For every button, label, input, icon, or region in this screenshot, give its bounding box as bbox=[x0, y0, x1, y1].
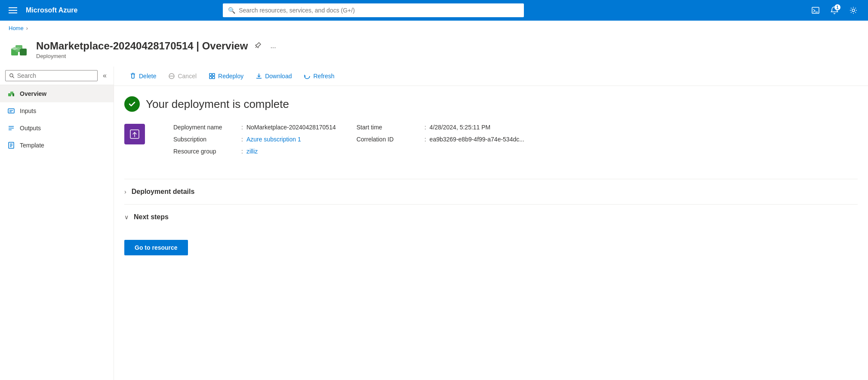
delete-button[interactable]: Delete bbox=[124, 70, 161, 82]
page-title: NoMarketplace-20240428170514 | Overview bbox=[36, 40, 248, 52]
sidebar-item-overview[interactable]: Overview bbox=[0, 85, 114, 102]
toolbar: Delete Cancel Redeploy bbox=[114, 67, 868, 86]
sidebar-item-template[interactable]: Template bbox=[0, 137, 114, 154]
correlation-id-row: Correlation ID : ea9b3269-e8b9-4f99-a74e… bbox=[357, 136, 524, 143]
topbar: Microsoft Azure 🔍 1 bbox=[0, 0, 868, 21]
resource-group-value[interactable]: zilliz bbox=[246, 148, 258, 155]
subscription-label: Subscription bbox=[173, 136, 238, 143]
subscription-row: Subscription : Azure subscription 1 bbox=[173, 136, 336, 143]
deployment-name-label: Deployment name bbox=[173, 124, 238, 131]
download-icon bbox=[255, 73, 262, 80]
svg-rect-13 bbox=[12, 93, 14, 96]
cancel-icon bbox=[168, 73, 175, 80]
sidebar-item-label-overview: Overview bbox=[20, 90, 46, 97]
svg-rect-29 bbox=[209, 74, 212, 76]
deployment-status: Your deployment is complete bbox=[124, 96, 858, 112]
sidebar-item-inputs[interactable]: Inputs bbox=[0, 102, 114, 120]
template-icon bbox=[7, 141, 15, 150]
breadcrumb-separator: › bbox=[26, 25, 28, 31]
outputs-icon bbox=[7, 124, 15, 132]
global-search-icon: 🔍 bbox=[228, 7, 235, 14]
deployment-name-row: Deployment name : NoMarketplace-20240428… bbox=[173, 124, 336, 131]
global-search-box[interactable]: 🔍 bbox=[223, 3, 524, 17]
svg-point-9 bbox=[10, 74, 13, 77]
inputs-icon bbox=[7, 107, 15, 115]
main-content: Delete Cancel Redeploy bbox=[114, 67, 868, 380]
main-layout: « Overview bbox=[0, 67, 868, 380]
deployment-info-section: Deployment name : NoMarketplace-20240428… bbox=[124, 124, 858, 169]
resource-group-row: Resource group : zilliz bbox=[173, 148, 336, 155]
next-steps-chevron: ∨ bbox=[124, 214, 129, 221]
app-title: Microsoft Azure bbox=[26, 6, 77, 14]
next-steps-header[interactable]: ∨ Next steps bbox=[124, 211, 858, 223]
info-col-left: Deployment name : NoMarketplace-20240428… bbox=[173, 124, 336, 155]
terminal-button[interactable] bbox=[808, 3, 823, 18]
more-button[interactable]: ... bbox=[268, 40, 277, 52]
svg-rect-30 bbox=[212, 77, 215, 79]
sidebar-search-box[interactable] bbox=[5, 70, 98, 81]
correlation-id-value: ea9b3269-e8b9-4f99-a74e-534dc... bbox=[430, 136, 524, 143]
svg-point-2 bbox=[852, 9, 855, 12]
page-header-info: NoMarketplace-20240428170514 | Overview … bbox=[36, 40, 278, 59]
notification-count: 1 bbox=[834, 4, 840, 10]
deployment-details-header[interactable]: › Deployment details bbox=[124, 186, 858, 197]
sidebar: « Overview bbox=[0, 67, 114, 380]
svg-line-8 bbox=[255, 46, 257, 48]
deployment-name-value: NoMarketplace-20240428170514 bbox=[246, 124, 336, 131]
info-col-right: Start time : 4/28/2024, 5:25:11 PM Corre… bbox=[357, 124, 524, 155]
overview-icon bbox=[7, 89, 15, 98]
deployment-status-title: Your deployment is complete bbox=[146, 98, 289, 111]
download-button[interactable]: Download bbox=[250, 70, 297, 82]
breadcrumb: Home › bbox=[0, 21, 868, 36]
topbar-actions: 1 bbox=[808, 3, 861, 18]
refresh-button[interactable]: Refresh bbox=[299, 70, 339, 82]
svg-rect-0 bbox=[812, 7, 819, 13]
redeploy-icon bbox=[209, 73, 215, 80]
content-body: Your deployment is complete Dep bbox=[114, 86, 868, 266]
cancel-button[interactable]: Cancel bbox=[163, 70, 202, 82]
sidebar-item-label-template: Template bbox=[20, 142, 44, 149]
svg-rect-5 bbox=[20, 49, 27, 55]
sidebar-item-label-inputs: Inputs bbox=[20, 107, 36, 114]
correlation-id-label: Correlation ID bbox=[357, 136, 421, 143]
next-steps-title: Next steps bbox=[134, 213, 169, 221]
deployment-details-chevron: › bbox=[124, 188, 126, 195]
deployment-details-title: Deployment details bbox=[132, 188, 195, 196]
notifications-button[interactable]: 1 bbox=[827, 3, 842, 18]
redeploy-button[interactable]: Redeploy bbox=[203, 70, 249, 82]
start-time-row: Start time : 4/28/2024, 5:25:11 PM bbox=[357, 124, 524, 131]
page-subtitle: Deployment bbox=[36, 53, 278, 59]
info-grid: Deployment name : NoMarketplace-20240428… bbox=[173, 124, 524, 155]
refresh-icon bbox=[304, 73, 311, 80]
sidebar-item-outputs[interactable]: Outputs bbox=[0, 120, 114, 137]
breadcrumb-home[interactable]: Home bbox=[9, 25, 24, 31]
svg-rect-31 bbox=[212, 74, 215, 76]
start-time-value: 4/28/2024, 5:25:11 PM bbox=[430, 124, 491, 131]
deployment-details-section: › Deployment details bbox=[124, 179, 858, 204]
hamburger-button[interactable] bbox=[7, 6, 19, 15]
go-to-resource-button[interactable]: Go to resource bbox=[124, 240, 188, 255]
pin-button[interactable] bbox=[253, 40, 263, 52]
sidebar-search-wrap: « bbox=[0, 67, 114, 85]
resource-icon bbox=[9, 39, 29, 60]
deployment-purple-icon bbox=[124, 124, 145, 144]
next-steps-section: ∨ Next steps bbox=[124, 204, 858, 230]
svg-rect-24 bbox=[132, 74, 134, 78]
svg-rect-14 bbox=[8, 109, 14, 113]
page-header: NoMarketplace-20240428170514 | Overview … bbox=[0, 36, 868, 67]
settings-button[interactable] bbox=[846, 3, 861, 18]
resource-group-label: Resource group bbox=[173, 148, 238, 155]
delete-icon bbox=[129, 73, 136, 80]
start-time-label: Start time bbox=[357, 124, 421, 131]
subscription-value[interactable]: Azure subscription 1 bbox=[246, 136, 301, 143]
sidebar-search-icon bbox=[9, 73, 15, 79]
svg-rect-32 bbox=[209, 77, 212, 79]
svg-line-10 bbox=[12, 77, 14, 78]
sidebar-item-label-outputs: Outputs bbox=[20, 125, 41, 132]
global-search-input[interactable] bbox=[239, 7, 519, 14]
page-title-row: NoMarketplace-20240428170514 | Overview … bbox=[36, 40, 278, 52]
sidebar-search-input[interactable] bbox=[17, 72, 94, 79]
sidebar-nav: Overview Inputs bbox=[0, 85, 114, 380]
sidebar-collapse-button[interactable]: « bbox=[101, 70, 108, 81]
success-check-icon bbox=[124, 96, 140, 112]
